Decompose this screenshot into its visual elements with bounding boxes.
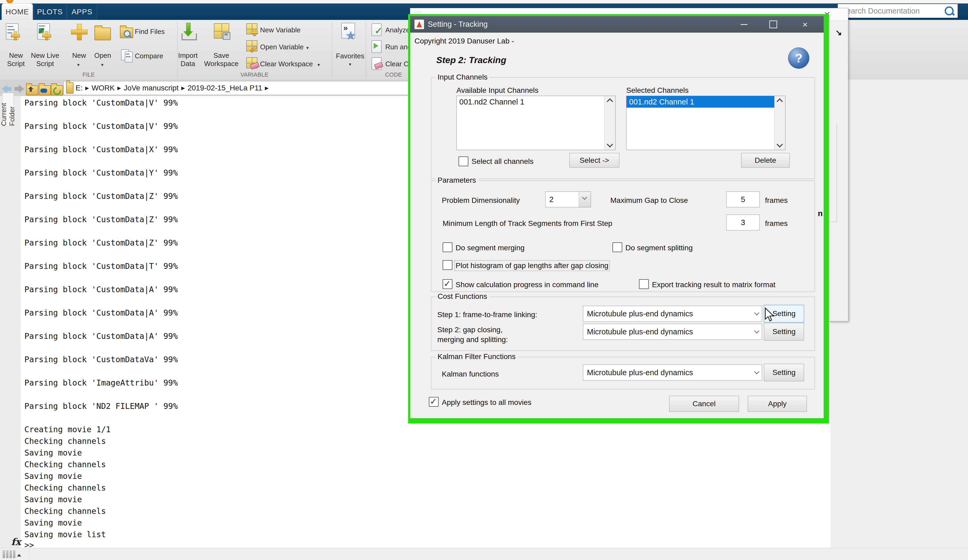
export-matrix-checkbox[interactable]: [639, 279, 649, 289]
current-folder-panel: [0, 96, 21, 548]
breadcrumb-item[interactable]: E:: [76, 84, 83, 92]
plot-histogram-checkbox[interactable]: [443, 260, 453, 270]
open-dropdown-caret[interactable]: ▼: [100, 63, 104, 67]
breadcrumb-arrow-icon[interactable]: ▶: [117, 85, 121, 91]
breadcrumb-arrow-icon[interactable]: ▶: [85, 85, 89, 91]
new-script-icon[interactable]: [6, 23, 21, 41]
forward-arrow-icon[interactable]: [14, 84, 25, 94]
show-progress-checkbox[interactable]: [443, 279, 453, 289]
select-button[interactable]: Select ->: [569, 153, 619, 168]
dialog-title: Setting - Tracking: [428, 20, 488, 29]
problem-dimensionality-select[interactable]: 2: [545, 192, 591, 207]
clear-workspace-button[interactable]: Clear Workspace ▼: [260, 60, 320, 68]
open-button[interactable]: Open: [93, 51, 112, 59]
analyze-button[interactable]: Analyze: [385, 26, 410, 34]
available-channels-list[interactable]: 001.nd2 Channel 1: [456, 96, 616, 150]
scroll-up-icon[interactable]: [776, 98, 783, 104]
bookmark-folder-icon: [66, 83, 73, 94]
apply-all-movies-checkbox[interactable]: [429, 397, 439, 407]
new-live-script-button[interactable]: New Live Script: [27, 51, 64, 68]
list-item[interactable]: 001.nd2 Channel 1: [627, 96, 774, 107]
command-output-line: Saving movie list: [25, 529, 178, 540]
scroll-up-icon[interactable]: [607, 98, 613, 104]
back-arrow-icon[interactable]: [1, 84, 12, 94]
favorites-button[interactable]: Favorites: [336, 52, 364, 60]
new-dropdown-caret[interactable]: ▼: [76, 63, 80, 67]
new-icon[interactable]: [71, 24, 87, 41]
minimize-button[interactable]: [737, 16, 751, 33]
step1-cost-function-select[interactable]: Microtubule plus-end dynamics: [583, 306, 762, 322]
apply-button[interactable]: Apply: [748, 396, 807, 412]
dialog-titlebar[interactable]: Setting - Tracking ×: [410, 16, 824, 33]
maximize-button[interactable]: [766, 16, 781, 33]
apply-all-movies-label: Apply settings to all movies: [442, 398, 532, 407]
kalman-function-select[interactable]: Microtubule plus-end dynamics: [583, 365, 762, 380]
command-output-line: Parsing block 'CustomData|A' 99%: [25, 307, 178, 319]
current-folder-label: Current Folder: [0, 93, 16, 126]
list-scrollbar[interactable]: [774, 96, 785, 150]
breadcrumb-arrow-icon[interactable]: ▶: [181, 85, 185, 91]
command-output-line: [25, 365, 178, 377]
new-live-script-icon[interactable]: [37, 23, 52, 41]
step2-gap-closing-label2: merging and splitting:: [437, 335, 508, 344]
cancel-button[interactable]: Cancel: [669, 396, 739, 412]
breadcrumb[interactable]: ▶E:▶WORK▶JoVe manuscript▶2019-02-15_HeLa…: [64, 81, 409, 95]
select-all-channels-checkbox[interactable]: [459, 157, 468, 166]
sidebar-tab-current-folder[interactable]: Current Folder: [2, 93, 14, 126]
kalman-functions-label: Kalman functions: [442, 370, 499, 378]
favorites-caret[interactable]: ▼: [348, 62, 352, 66]
list-scrollbar[interactable]: [605, 96, 615, 150]
frames-unit-label: frames: [765, 219, 788, 228]
command-output: Parsing block 'CustomData|V' 99% Parsing…: [25, 97, 178, 540]
chevron-down-icon: [754, 369, 759, 374]
status-expand-icon[interactable]: [17, 554, 21, 557]
open-variable-button[interactable]: Open Variable ▼: [260, 43, 309, 51]
selected-channels-list[interactable]: 001.nd2 Channel 1: [626, 96, 786, 150]
tab-home[interactable]: HOME: [2, 3, 33, 20]
tab-apps[interactable]: APPS: [67, 3, 97, 20]
delete-button[interactable]: Delete: [741, 153, 790, 168]
run-and-time-button[interactable]: Run and: [385, 43, 411, 51]
min-length-input[interactable]: 3: [726, 215, 760, 230]
scroll-down-icon[interactable]: [607, 141, 613, 147]
help-icon[interactable]: ?: [788, 48, 809, 69]
open-variable-caret[interactable]: ▼: [306, 46, 310, 50]
breadcrumb-item[interactable]: JoVe manuscript: [124, 84, 179, 92]
command-output-line: [25, 272, 178, 284]
new-variable-button[interactable]: New Variable: [260, 26, 301, 34]
ribbon-separator: [332, 22, 332, 78]
breadcrumb-item[interactable]: WORK: [91, 84, 114, 92]
breadcrumb-item[interactable]: 2019-02-15_HeLa P11: [187, 84, 262, 92]
tab-home-label: HOME: [6, 8, 29, 16]
kalman-setting-button[interactable]: Setting: [764, 364, 804, 381]
command-output-line: Parsing block 'CustomData|Y' 99%: [25, 167, 178, 179]
tab-plots[interactable]: PLOTS: [33, 3, 66, 20]
clear-workspace-caret[interactable]: ▼: [317, 63, 320, 67]
do-segment-merging-checkbox[interactable]: [443, 242, 453, 252]
breadcrumb-arrow-icon[interactable]: ▶: [265, 85, 269, 91]
max-gap-input[interactable]: 5: [726, 192, 760, 207]
step2-setting-button[interactable]: Setting: [764, 323, 804, 340]
kalman-legend: Kalman Filter Functions: [436, 352, 518, 361]
compare-button[interactable]: Compare: [135, 52, 163, 60]
find-files-button[interactable]: Find Files: [135, 28, 165, 36]
command-output-line: [25, 225, 178, 237]
command-output-line: Saving movie: [25, 517, 178, 529]
command-output-line: [25, 179, 178, 190]
ribbon-separator: [177, 22, 177, 78]
save-workspace-button[interactable]: Save Workspace: [204, 51, 239, 68]
command-output-line: [25, 342, 178, 354]
matlab-dialog-icon: [414, 20, 424, 29]
search-documentation-input[interactable]: Search Documentation: [837, 4, 958, 18]
new-script-button[interactable]: New Script: [3, 51, 29, 68]
desktop-background: [830, 79, 968, 548]
input-channels-group: Input Channels Available Input Channels …: [431, 78, 815, 179]
scroll-down-icon[interactable]: [776, 141, 783, 147]
close-button[interactable]: ×: [798, 16, 812, 33]
step2-cost-function-select[interactable]: Microtubule plus-end dynamics: [583, 324, 762, 340]
step-title: Step 2: Tracking: [436, 55, 506, 65]
do-segment-splitting-checkbox[interactable]: [612, 242, 622, 252]
list-item[interactable]: 001.nd2 Channel 1: [457, 96, 605, 107]
import-data-button[interactable]: Import Data: [173, 51, 203, 68]
new-button[interactable]: New: [71, 51, 88, 59]
